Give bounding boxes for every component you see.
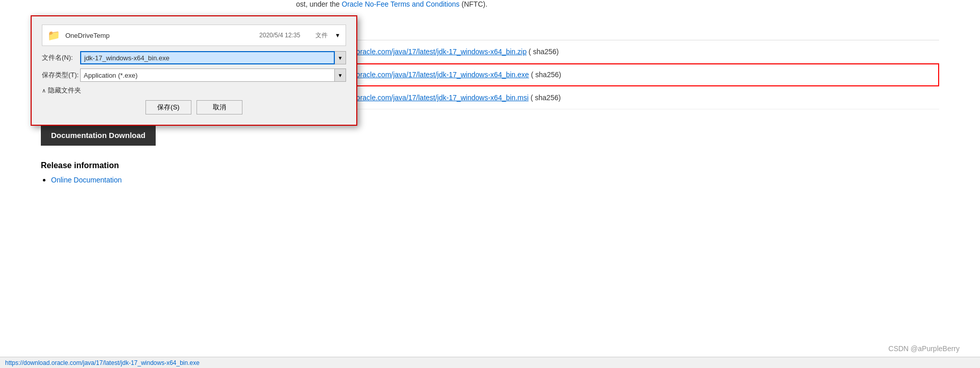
file-list-type: 文件 [315,31,328,40]
toggle-icon: ∧ [42,87,46,94]
oracle-terms-link[interactable]: Oracle No-Fee Terms and Conditions [342,0,460,8]
sha256-suffix: ( sha256) [527,48,559,56]
status-bar: https://download.oracle.com/java/17/late… [0,357,980,368]
terms-text-after: (NFTC). [459,0,487,8]
filetype-row: 保存类型(T): ▼ [42,68,346,82]
filetype-input[interactable] [80,68,335,82]
col-header-download: Download [296,24,939,40]
hidden-files-label: 隐藏文件夹 [48,86,81,95]
sha256-suffix: ( sha256) [529,94,561,102]
file-list-area: 📁 OneDriveTemp 2020/5/4 12:35 文件 ▼ [42,25,346,46]
file-type-arrow: ▼ [335,32,340,38]
release-info-list: Online Documentation [41,175,980,185]
filename-input[interactable] [80,51,335,64]
csdn-watermark: CSDN @aPurpleBerry [889,344,960,353]
status-url: https://download.oracle.com/java/17/late… [5,359,200,366]
release-info-title: Release information [41,161,980,170]
filename-row: 文件名(N): ▼ [42,51,346,64]
row-download: https://download.oracle.com/java/17/late… [296,40,939,63]
file-dialog-inner: 📁 OneDriveTemp 2020/5/4 12:35 文件 ▼ 文件名(N… [32,16,356,125]
filename-dropdown-arrow[interactable]: ▼ [335,51,346,64]
file-save-dialog: 📁 OneDriveTemp 2020/5/4 12:35 文件 ▼ 文件名(N… [31,15,357,126]
online-documentation-link[interactable]: Online Documentation [51,176,122,184]
filetype-dropdown-arrow[interactable]: ▼ [335,68,346,82]
row-download: https://download.oracle.com/java/17/late… [296,63,939,86]
filename-label: 文件名(N): [42,53,80,62]
list-item-online-docs: Online Documentation [51,175,980,185]
row-download: https://download.oracle.com/java/17/late… [296,86,939,109]
release-information-section: Release information Online Documentation [41,161,980,185]
terms-text-before: ost, under the [296,0,342,8]
file-list-date: 2020/5/4 12:35 [259,32,300,39]
hidden-files-row: ∧ 隐藏文件夹 [42,86,346,95]
sha256-suffix: ( sha256) [529,71,561,79]
dialog-buttons: 保存(S) 取消 [42,100,346,114]
save-button[interactable]: 保存(S) [145,100,191,114]
filetype-input-wrapper: ▼ [80,68,346,82]
file-list-name: OneDriveTemp [65,32,254,39]
cancel-button[interactable]: 取消 [197,100,242,114]
oracle-terms-text: ost, under the Oracle No-Fee Terms and C… [0,0,980,8]
filename-input-wrapper: ▼ [80,51,346,64]
documentation-download-button[interactable]: Documentation Download [41,125,156,146]
folder-icon: 📁 [47,29,60,41]
filetype-label: 保存类型(T): [42,71,80,80]
